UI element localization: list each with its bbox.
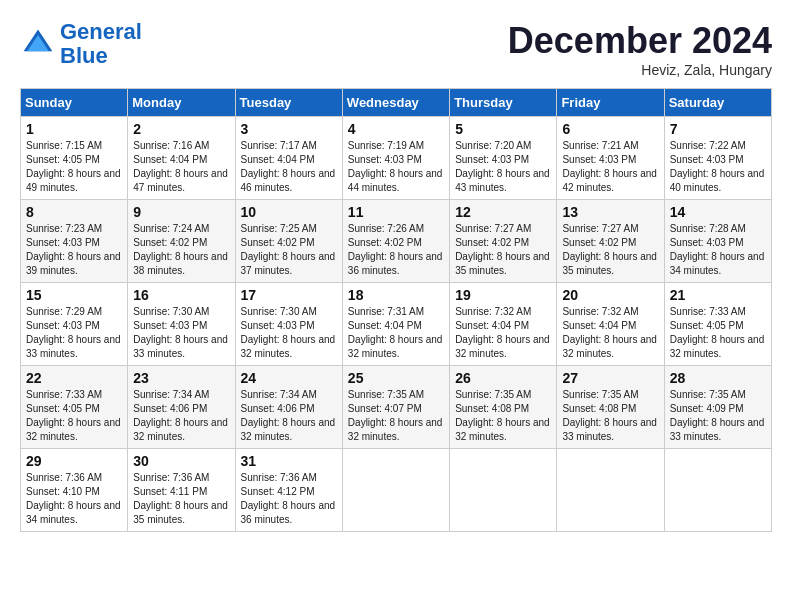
day-cell: 15Sunrise: 7:29 AM Sunset: 4:03 PM Dayli… (21, 283, 128, 366)
day-cell: 6Sunrise: 7:21 AM Sunset: 4:03 PM Daylig… (557, 117, 664, 200)
day-number: 11 (348, 204, 444, 220)
calendar-body: 1Sunrise: 7:15 AM Sunset: 4:05 PM Daylig… (21, 117, 772, 532)
day-number: 12 (455, 204, 551, 220)
day-cell: 11Sunrise: 7:26 AM Sunset: 4:02 PM Dayli… (342, 200, 449, 283)
day-info: Sunrise: 7:21 AM Sunset: 4:03 PM Dayligh… (562, 139, 658, 195)
day-info: Sunrise: 7:27 AM Sunset: 4:02 PM Dayligh… (455, 222, 551, 278)
day-number: 14 (670, 204, 766, 220)
day-number: 2 (133, 121, 229, 137)
day-info: Sunrise: 7:27 AM Sunset: 4:02 PM Dayligh… (562, 222, 658, 278)
calendar-table: SundayMondayTuesdayWednesdayThursdayFrid… (20, 88, 772, 532)
day-number: 8 (26, 204, 122, 220)
week-row-2: 8Sunrise: 7:23 AM Sunset: 4:03 PM Daylig… (21, 200, 772, 283)
day-number: 5 (455, 121, 551, 137)
day-number: 24 (241, 370, 337, 386)
header-cell-friday: Friday (557, 89, 664, 117)
day-cell (342, 449, 449, 532)
header-cell-monday: Monday (128, 89, 235, 117)
day-cell: 25Sunrise: 7:35 AM Sunset: 4:07 PM Dayli… (342, 366, 449, 449)
day-number: 31 (241, 453, 337, 469)
day-number: 7 (670, 121, 766, 137)
day-number: 30 (133, 453, 229, 469)
day-number: 23 (133, 370, 229, 386)
day-cell: 30Sunrise: 7:36 AM Sunset: 4:11 PM Dayli… (128, 449, 235, 532)
day-cell: 26Sunrise: 7:35 AM Sunset: 4:08 PM Dayli… (450, 366, 557, 449)
day-number: 28 (670, 370, 766, 386)
logo-text: General Blue (60, 20, 142, 68)
day-cell: 13Sunrise: 7:27 AM Sunset: 4:02 PM Dayli… (557, 200, 664, 283)
day-number: 1 (26, 121, 122, 137)
day-cell (664, 449, 771, 532)
day-number: 18 (348, 287, 444, 303)
day-info: Sunrise: 7:35 AM Sunset: 4:09 PM Dayligh… (670, 388, 766, 444)
day-number: 25 (348, 370, 444, 386)
month-title: December 2024 (508, 20, 772, 62)
day-info: Sunrise: 7:35 AM Sunset: 4:08 PM Dayligh… (562, 388, 658, 444)
day-cell: 29Sunrise: 7:36 AM Sunset: 4:10 PM Dayli… (21, 449, 128, 532)
day-info: Sunrise: 7:15 AM Sunset: 4:05 PM Dayligh… (26, 139, 122, 195)
day-cell: 23Sunrise: 7:34 AM Sunset: 4:06 PM Dayli… (128, 366, 235, 449)
day-number: 4 (348, 121, 444, 137)
day-number: 20 (562, 287, 658, 303)
day-info: Sunrise: 7:32 AM Sunset: 4:04 PM Dayligh… (455, 305, 551, 361)
week-row-5: 29Sunrise: 7:36 AM Sunset: 4:10 PM Dayli… (21, 449, 772, 532)
location: Heviz, Zala, Hungary (508, 62, 772, 78)
day-number: 26 (455, 370, 551, 386)
header-cell-sunday: Sunday (21, 89, 128, 117)
day-cell: 3Sunrise: 7:17 AM Sunset: 4:04 PM Daylig… (235, 117, 342, 200)
day-number: 15 (26, 287, 122, 303)
day-info: Sunrise: 7:24 AM Sunset: 4:02 PM Dayligh… (133, 222, 229, 278)
day-number: 13 (562, 204, 658, 220)
header-cell-tuesday: Tuesday (235, 89, 342, 117)
day-info: Sunrise: 7:29 AM Sunset: 4:03 PM Dayligh… (26, 305, 122, 361)
day-info: Sunrise: 7:28 AM Sunset: 4:03 PM Dayligh… (670, 222, 766, 278)
day-info: Sunrise: 7:30 AM Sunset: 4:03 PM Dayligh… (133, 305, 229, 361)
header-cell-thursday: Thursday (450, 89, 557, 117)
day-cell: 28Sunrise: 7:35 AM Sunset: 4:09 PM Dayli… (664, 366, 771, 449)
day-number: 17 (241, 287, 337, 303)
day-info: Sunrise: 7:34 AM Sunset: 4:06 PM Dayligh… (133, 388, 229, 444)
header-cell-wednesday: Wednesday (342, 89, 449, 117)
day-cell: 4Sunrise: 7:19 AM Sunset: 4:03 PM Daylig… (342, 117, 449, 200)
day-cell: 24Sunrise: 7:34 AM Sunset: 4:06 PM Dayli… (235, 366, 342, 449)
day-info: Sunrise: 7:31 AM Sunset: 4:04 PM Dayligh… (348, 305, 444, 361)
header-cell-saturday: Saturday (664, 89, 771, 117)
day-info: Sunrise: 7:23 AM Sunset: 4:03 PM Dayligh… (26, 222, 122, 278)
day-cell: 8Sunrise: 7:23 AM Sunset: 4:03 PM Daylig… (21, 200, 128, 283)
day-info: Sunrise: 7:16 AM Sunset: 4:04 PM Dayligh… (133, 139, 229, 195)
day-cell: 9Sunrise: 7:24 AM Sunset: 4:02 PM Daylig… (128, 200, 235, 283)
title-block: December 2024 Heviz, Zala, Hungary (508, 20, 772, 78)
day-info: Sunrise: 7:36 AM Sunset: 4:11 PM Dayligh… (133, 471, 229, 527)
day-info: Sunrise: 7:26 AM Sunset: 4:02 PM Dayligh… (348, 222, 444, 278)
day-info: Sunrise: 7:36 AM Sunset: 4:10 PM Dayligh… (26, 471, 122, 527)
day-cell: 12Sunrise: 7:27 AM Sunset: 4:02 PM Dayli… (450, 200, 557, 283)
day-number: 27 (562, 370, 658, 386)
day-info: Sunrise: 7:19 AM Sunset: 4:03 PM Dayligh… (348, 139, 444, 195)
week-row-3: 15Sunrise: 7:29 AM Sunset: 4:03 PM Dayli… (21, 283, 772, 366)
day-info: Sunrise: 7:30 AM Sunset: 4:03 PM Dayligh… (241, 305, 337, 361)
logo-line2: Blue (60, 43, 108, 68)
day-info: Sunrise: 7:35 AM Sunset: 4:07 PM Dayligh… (348, 388, 444, 444)
day-cell: 1Sunrise: 7:15 AM Sunset: 4:05 PM Daylig… (21, 117, 128, 200)
day-number: 3 (241, 121, 337, 137)
day-cell (557, 449, 664, 532)
calendar-header: SundayMondayTuesdayWednesdayThursdayFrid… (21, 89, 772, 117)
day-cell: 2Sunrise: 7:16 AM Sunset: 4:04 PM Daylig… (128, 117, 235, 200)
day-cell: 10Sunrise: 7:25 AM Sunset: 4:02 PM Dayli… (235, 200, 342, 283)
day-number: 6 (562, 121, 658, 137)
day-info: Sunrise: 7:33 AM Sunset: 4:05 PM Dayligh… (670, 305, 766, 361)
day-cell: 20Sunrise: 7:32 AM Sunset: 4:04 PM Dayli… (557, 283, 664, 366)
day-info: Sunrise: 7:35 AM Sunset: 4:08 PM Dayligh… (455, 388, 551, 444)
day-info: Sunrise: 7:33 AM Sunset: 4:05 PM Dayligh… (26, 388, 122, 444)
day-cell: 31Sunrise: 7:36 AM Sunset: 4:12 PM Dayli… (235, 449, 342, 532)
day-info: Sunrise: 7:32 AM Sunset: 4:04 PM Dayligh… (562, 305, 658, 361)
header-row: SundayMondayTuesdayWednesdayThursdayFrid… (21, 89, 772, 117)
day-cell: 19Sunrise: 7:32 AM Sunset: 4:04 PM Dayli… (450, 283, 557, 366)
week-row-4: 22Sunrise: 7:33 AM Sunset: 4:05 PM Dayli… (21, 366, 772, 449)
day-number: 10 (241, 204, 337, 220)
day-cell: 18Sunrise: 7:31 AM Sunset: 4:04 PM Dayli… (342, 283, 449, 366)
day-info: Sunrise: 7:17 AM Sunset: 4:04 PM Dayligh… (241, 139, 337, 195)
logo-icon (20, 26, 56, 62)
day-number: 29 (26, 453, 122, 469)
day-number: 9 (133, 204, 229, 220)
